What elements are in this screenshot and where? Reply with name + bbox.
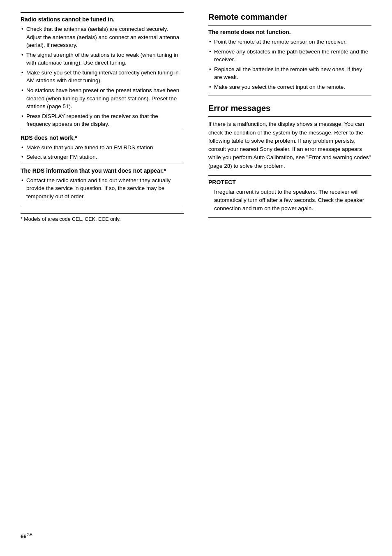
- remote-section-title: Remote commander: [208, 12, 371, 22]
- radio-section-title: Radio stations cannot be tuned in.: [21, 16, 184, 23]
- error-divider: [208, 116, 371, 117]
- protect-subsection: PROTECT Irregular current is output to t…: [208, 175, 371, 218]
- footnote: * Models of area code CEL, CEK, ECE only…: [21, 213, 184, 222]
- error-section-title: Error messages: [208, 104, 371, 113]
- protect-top-divider: [208, 175, 371, 176]
- rds-info-divider: [21, 164, 184, 164]
- rds-info-bullet-1: Contact the radio station and find out w…: [21, 176, 184, 201]
- radio-bullets: Check that the antennas (aerials) are co…: [21, 25, 184, 128]
- radio-bullet-5: Press DISPLAY repeatedly on the receiver…: [21, 112, 184, 128]
- radio-bullet-1: Check that the antennas (aerials) are co…: [21, 25, 184, 49]
- page: Radio stations cannot be tuned in. Check…: [0, 0, 392, 556]
- remote-bullet-4: Make sure you select the correct input o…: [208, 83, 371, 91]
- rds-section-title: RDS does not work.*: [21, 134, 184, 141]
- remote-bullet-1: Point the remote at the remote sensor on…: [208, 38, 371, 46]
- rds-info-section: The RDS information that you want does n…: [21, 164, 184, 201]
- protect-title: PROTECT: [208, 179, 371, 185]
- rds-divider: [21, 131, 184, 131]
- remote-section: Remote commander The remote does not fun…: [208, 12, 371, 95]
- radio-section: Radio stations cannot be tuned in. Check…: [21, 12, 184, 128]
- two-column-layout: Radio stations cannot be tuned in. Check…: [21, 12, 371, 524]
- rds-bullet-1: Make sure that you are tuned to an FM RD…: [21, 144, 184, 152]
- radio-bullet-3: Make sure you set the tuning interval co…: [21, 69, 184, 85]
- rds-info-title: The RDS information that you want does n…: [21, 167, 184, 174]
- rds-section: RDS does not work.* Make sure that you a…: [21, 131, 184, 161]
- remote-subtitle: The remote does not function.: [208, 29, 371, 35]
- radio-bullet-4: No stations have been preset or the pres…: [21, 86, 184, 111]
- remote-bullet-3: Replace all the batteries in the remote …: [208, 65, 371, 81]
- remote-bottom-divider: [208, 95, 371, 95]
- remote-bullets: Point the remote at the remote sensor on…: [208, 38, 371, 91]
- error-section: Error messages If there is a malfunction…: [208, 104, 371, 217]
- protect-bottom-divider: [208, 217, 371, 218]
- protect-text: Irregular current is output to the speak…: [208, 188, 371, 213]
- rds-info-bullets: Contact the radio station and find out w…: [21, 176, 184, 201]
- bottom-divider-left: [21, 205, 184, 205]
- page-number: 66GB: [21, 533, 371, 540]
- remote-divider: [208, 25, 371, 25]
- rds-bullets: Make sure that you are tuned to an FM RD…: [21, 144, 184, 161]
- top-divider: [21, 12, 184, 13]
- rds-bullet-2: Select a stronger FM station.: [21, 153, 184, 161]
- left-column: Radio stations cannot be tuned in. Check…: [21, 12, 188, 524]
- right-column: Remote commander The remote does not fun…: [204, 12, 371, 524]
- remote-bullet-2: Remove any obstacles in the path between…: [208, 48, 371, 64]
- error-intro-text: If there is a malfunction, the display s…: [208, 120, 371, 170]
- radio-bullet-2: The signal strength of the stations is t…: [21, 51, 184, 67]
